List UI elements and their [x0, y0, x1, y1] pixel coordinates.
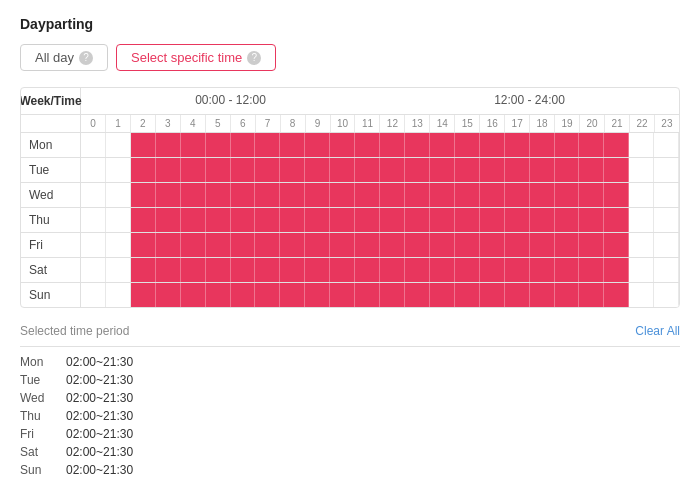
slot-fri-7[interactable] [255, 233, 280, 257]
slot-mon-1[interactable] [106, 133, 131, 157]
slot-fri-2[interactable] [131, 233, 156, 257]
slot-sun-20[interactable] [579, 283, 604, 307]
tab-select-specific-time[interactable]: Select specific time ? [116, 44, 276, 71]
slot-tue-16[interactable] [480, 158, 505, 182]
slot-sat-14[interactable] [430, 258, 455, 282]
slot-fri-8[interactable] [280, 233, 305, 257]
slot-thu-3[interactable] [156, 208, 181, 232]
slot-sun-17[interactable] [505, 283, 530, 307]
slot-thu-22[interactable] [629, 208, 654, 232]
slot-mon-18[interactable] [530, 133, 555, 157]
slot-sat-0[interactable] [81, 258, 106, 282]
slot-thu-12[interactable] [380, 208, 405, 232]
slot-tue-19[interactable] [555, 158, 580, 182]
slot-tue-1[interactable] [106, 158, 131, 182]
slot-fri-15[interactable] [455, 233, 480, 257]
slot-sun-23[interactable] [654, 283, 679, 307]
slot-sat-18[interactable] [530, 258, 555, 282]
slot-fri-14[interactable] [430, 233, 455, 257]
slot-wed-1[interactable] [106, 183, 131, 207]
slot-tue-5[interactable] [206, 158, 231, 182]
slot-thu-20[interactable] [579, 208, 604, 232]
slot-thu-9[interactable] [305, 208, 330, 232]
slot-tue-0[interactable] [81, 158, 106, 182]
slot-thu-7[interactable] [255, 208, 280, 232]
slot-fri-18[interactable] [530, 233, 555, 257]
slot-sat-4[interactable] [181, 258, 206, 282]
slot-tue-14[interactable] [430, 158, 455, 182]
slot-sun-13[interactable] [405, 283, 430, 307]
slot-wed-22[interactable] [629, 183, 654, 207]
slot-fri-1[interactable] [106, 233, 131, 257]
slot-sun-9[interactable] [305, 283, 330, 307]
slot-sat-11[interactable] [355, 258, 380, 282]
slot-fri-20[interactable] [579, 233, 604, 257]
slot-sat-7[interactable] [255, 258, 280, 282]
slot-mon-20[interactable] [579, 133, 604, 157]
slot-wed-20[interactable] [579, 183, 604, 207]
slot-wed-15[interactable] [455, 183, 480, 207]
slot-sat-16[interactable] [480, 258, 505, 282]
slot-thu-15[interactable] [455, 208, 480, 232]
slot-tue-11[interactable] [355, 158, 380, 182]
slot-wed-2[interactable] [131, 183, 156, 207]
slot-mon-11[interactable] [355, 133, 380, 157]
slot-mon-6[interactable] [231, 133, 256, 157]
slot-thu-14[interactable] [430, 208, 455, 232]
slot-sun-8[interactable] [280, 283, 305, 307]
slot-sat-1[interactable] [106, 258, 131, 282]
slot-sun-5[interactable] [206, 283, 231, 307]
slot-wed-6[interactable] [231, 183, 256, 207]
slot-mon-9[interactable] [305, 133, 330, 157]
slot-sun-16[interactable] [480, 283, 505, 307]
slot-sat-6[interactable] [231, 258, 256, 282]
slot-sun-10[interactable] [330, 283, 355, 307]
slot-tue-20[interactable] [579, 158, 604, 182]
slot-mon-23[interactable] [654, 133, 679, 157]
slot-tue-2[interactable] [131, 158, 156, 182]
slot-sun-1[interactable] [106, 283, 131, 307]
slot-sun-12[interactable] [380, 283, 405, 307]
slot-sat-19[interactable] [555, 258, 580, 282]
slot-sat-21[interactable] [604, 258, 629, 282]
slot-wed-8[interactable] [280, 183, 305, 207]
slot-wed-4[interactable] [181, 183, 206, 207]
slot-wed-0[interactable] [81, 183, 106, 207]
slot-sat-17[interactable] [505, 258, 530, 282]
slot-wed-7[interactable] [255, 183, 280, 207]
slot-tue-18[interactable] [530, 158, 555, 182]
slot-tue-9[interactable] [305, 158, 330, 182]
slot-tue-6[interactable] [231, 158, 256, 182]
slot-mon-19[interactable] [555, 133, 580, 157]
slot-sun-7[interactable] [255, 283, 280, 307]
slot-wed-14[interactable] [430, 183, 455, 207]
slot-fri-12[interactable] [380, 233, 405, 257]
slot-sun-22[interactable] [629, 283, 654, 307]
slot-sun-11[interactable] [355, 283, 380, 307]
slot-sun-0[interactable] [81, 283, 106, 307]
slot-thu-8[interactable] [280, 208, 305, 232]
slot-thu-23[interactable] [654, 208, 679, 232]
slot-sat-15[interactable] [455, 258, 480, 282]
slot-thu-18[interactable] [530, 208, 555, 232]
slot-thu-21[interactable] [604, 208, 629, 232]
slot-mon-10[interactable] [330, 133, 355, 157]
slot-fri-0[interactable] [81, 233, 106, 257]
slot-fri-6[interactable] [231, 233, 256, 257]
slot-wed-23[interactable] [654, 183, 679, 207]
slot-tue-12[interactable] [380, 158, 405, 182]
slot-fri-3[interactable] [156, 233, 181, 257]
slot-wed-21[interactable] [604, 183, 629, 207]
slot-sat-22[interactable] [629, 258, 654, 282]
slot-thu-6[interactable] [231, 208, 256, 232]
slot-sat-5[interactable] [206, 258, 231, 282]
slot-mon-12[interactable] [380, 133, 405, 157]
slot-thu-11[interactable] [355, 208, 380, 232]
slot-wed-19[interactable] [555, 183, 580, 207]
slot-fri-16[interactable] [480, 233, 505, 257]
slot-wed-11[interactable] [355, 183, 380, 207]
slot-wed-5[interactable] [206, 183, 231, 207]
slot-tue-7[interactable] [255, 158, 280, 182]
slot-sat-20[interactable] [579, 258, 604, 282]
slot-fri-11[interactable] [355, 233, 380, 257]
